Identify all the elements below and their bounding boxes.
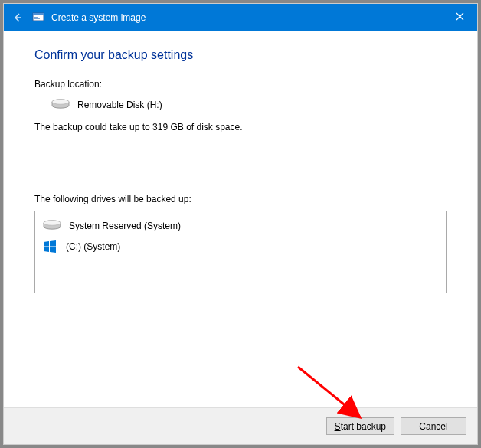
svg-point-6 (52, 100, 69, 104)
windows-logo-icon (43, 240, 57, 253)
footer: Start backup Cancel (4, 407, 477, 444)
backup-location-label: Backup location: (34, 79, 447, 90)
page-heading: Confirm your backup settings (34, 48, 447, 62)
dialog-window: Create a system image Confirm your backu… (3, 3, 478, 445)
drives-list: System Reserved (System) (C:) (System) (34, 211, 447, 293)
drive-label: System Reserved (System) (69, 221, 181, 231)
svg-rect-3 (34, 17, 38, 18)
cancel-button[interactable]: Cancel (401, 417, 466, 435)
drives-label: The following drives will be backed up: (34, 194, 447, 204)
hdd-icon (43, 220, 60, 232)
svg-rect-2 (33, 13, 44, 15)
arrow-left-icon (11, 11, 24, 24)
drive-row: System Reserved (System) (41, 216, 440, 236)
window-title: Create a system image (51, 12, 146, 23)
hdd-icon (51, 99, 68, 111)
backup-location-row: Removable Disk (H:) (51, 99, 447, 111)
close-button[interactable] (442, 4, 477, 28)
svg-point-8 (44, 221, 61, 225)
content-area: Confirm your backup settings Backup loca… (4, 31, 477, 407)
back-button[interactable] (4, 4, 31, 31)
close-icon (456, 12, 464, 21)
titlebar: Create a system image (4, 4, 477, 31)
backup-location-value: Removable Disk (H:) (77, 100, 162, 110)
drive-row: (C:) (System) (41, 236, 440, 257)
start-backup-button[interactable]: Start backup (326, 417, 394, 435)
drive-label: (C:) (System) (66, 241, 120, 252)
svg-rect-4 (34, 18, 40, 19)
app-icon (31, 11, 45, 25)
space-note: The backup could take up to 319 GB of di… (34, 122, 447, 132)
